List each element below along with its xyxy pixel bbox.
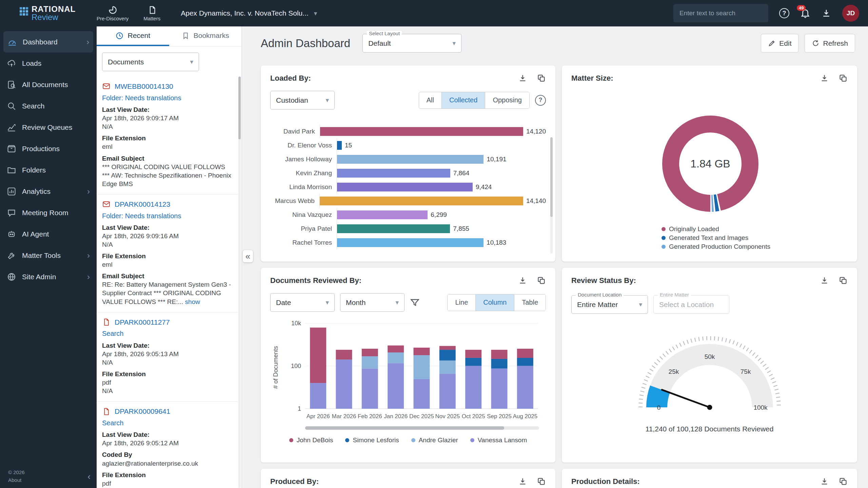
tab-recent[interactable]: Recent xyxy=(97,26,169,46)
notification-badge: 49 xyxy=(797,5,806,11)
svg-text:Aug 2025: Aug 2025 xyxy=(513,413,537,420)
copy-icon[interactable] xyxy=(537,74,546,83)
layout-select[interactable]: Select Layout Default ▾ xyxy=(362,34,461,53)
productions-icon xyxy=(7,144,16,154)
chevron-down-icon: ▾ xyxy=(395,299,399,306)
sidebar-item-dashboard[interactable]: Dashboard› xyxy=(3,31,93,53)
bar xyxy=(337,210,428,219)
svg-text:10k: 10k xyxy=(291,320,301,327)
help-icon[interactable]: ? xyxy=(535,95,546,106)
sidebar-item-productions[interactable]: Productions xyxy=(0,138,97,159)
loaded-by-filter-toggle: AllCollectedOpposing xyxy=(419,92,530,109)
notifications-button[interactable]: 49 xyxy=(800,8,810,18)
ai-agent-icon xyxy=(7,229,16,239)
legend-item: Andre Glazier xyxy=(411,436,458,444)
copy-icon[interactable] xyxy=(839,276,848,285)
sidebar-item-review-queues[interactable]: Review Queues xyxy=(0,117,97,138)
copy-icon[interactable] xyxy=(537,276,546,285)
legend-dot xyxy=(345,438,349,442)
document-id-link[interactable]: MWEBB00014130 xyxy=(115,82,173,91)
copy-icon[interactable] xyxy=(537,477,546,486)
copy-icon[interactable] xyxy=(839,477,848,486)
filter-icon[interactable] xyxy=(410,298,420,307)
document-header: DPARK00014123 xyxy=(102,200,234,209)
pdf-icon xyxy=(102,407,111,416)
sidebar-item-ai-agent[interactable]: AI Agent xyxy=(0,223,97,245)
bar-value-label: 6,299 xyxy=(431,211,447,219)
toggle-all[interactable]: All xyxy=(419,92,441,108)
download-icon[interactable] xyxy=(820,477,829,486)
toggle-line[interactable]: Line xyxy=(448,294,475,311)
sidebar: Dashboard›LoadsAll DocumentsSearchReview… xyxy=(0,26,97,488)
document-type-value: Documents xyxy=(108,58,144,66)
sidebar-item-search[interactable]: Search xyxy=(0,95,97,117)
chevron-down-icon: ▾ xyxy=(190,58,193,66)
refresh-button[interactable]: Refresh xyxy=(805,34,855,53)
sidebar-item-all-documents[interactable]: All Documents xyxy=(0,74,97,95)
show-more-link[interactable]: show xyxy=(183,298,200,305)
about-link[interactable]: About xyxy=(8,476,93,484)
location-input[interactable]: Entire Matter Select a Location xyxy=(653,295,729,314)
toggle-table[interactable]: Table xyxy=(514,294,546,311)
toggle-opposing[interactable]: Opposing xyxy=(485,92,529,108)
panel-scrollbar[interactable] xyxy=(238,77,241,488)
sidebar-item-analytics[interactable]: Analytics› xyxy=(0,181,97,202)
nav-matters[interactable]: Matters xyxy=(143,5,160,21)
bar xyxy=(337,155,484,164)
sidebar-item-folders[interactable]: Folders xyxy=(0,159,97,181)
download-icon[interactable] xyxy=(518,477,527,486)
help-button[interactable]: ? xyxy=(779,8,789,18)
svg-text:75k: 75k xyxy=(740,368,751,375)
document-source-link[interactable]: Folder: Needs translations xyxy=(102,211,234,220)
download-icon[interactable] xyxy=(820,74,829,83)
sidebar-item-loads[interactable]: Loads xyxy=(0,53,97,74)
document-source-link[interactable]: Folder: Needs translations xyxy=(102,94,234,102)
field-value: pdf xyxy=(102,479,234,488)
tab-bookmarks[interactable]: Bookmarks xyxy=(169,26,242,46)
copy-icon[interactable] xyxy=(839,74,848,83)
document-source-link[interactable]: Search xyxy=(102,329,234,338)
document-id-link[interactable]: DPARK00009641 xyxy=(115,407,170,416)
chart-horizontal-scrollbar[interactable] xyxy=(305,426,539,430)
document-source-link[interactable]: Search xyxy=(102,419,234,427)
download-icon[interactable] xyxy=(518,74,527,83)
toggle-collected[interactable]: Collected xyxy=(441,92,485,108)
document-id-link[interactable]: DPARK00011277 xyxy=(115,318,170,327)
group-by-select[interactable]: Date ▾ xyxy=(270,293,335,312)
app-logo[interactable]: RATIONAL Review xyxy=(0,5,97,22)
edit-button[interactable]: Edit xyxy=(761,34,798,53)
scrollbar-thumb[interactable] xyxy=(550,137,553,217)
nav-pre-discovery[interactable]: Pre-Discovery xyxy=(97,5,129,21)
sidebar-collapse-icon[interactable]: ‹ xyxy=(87,470,91,483)
user-avatar[interactable]: JD xyxy=(842,5,859,22)
sidebar-item-meeting-room[interactable]: Meeting Room xyxy=(0,202,97,223)
document-location-select[interactable]: Document Location Entire Matter ▾ xyxy=(571,295,648,314)
chart-view-toggle: LineColumnTable xyxy=(447,294,546,311)
download-icon[interactable] xyxy=(518,276,527,285)
matter-size-card: Matter Size: 1.84 GB Originally LoadedGe… xyxy=(562,65,857,262)
search-input[interactable] xyxy=(673,4,768,22)
panel-collapse-button[interactable]: « xyxy=(243,250,253,262)
svg-text:Apr 2026: Apr 2026 xyxy=(307,413,330,420)
sidebar-item-site-admin[interactable]: Site Admin› xyxy=(0,266,97,287)
bar-category-label: Kevin Zhang xyxy=(270,169,337,177)
chart-vertical-scrollbar[interactable] xyxy=(550,137,553,253)
download-icon[interactable] xyxy=(820,276,829,285)
scrollbar-thumb[interactable] xyxy=(238,77,241,139)
matter-selector[interactable]: Apex Dynamics, Inc. v. NovaTech Solu... … xyxy=(181,9,317,17)
download-button[interactable] xyxy=(821,8,831,18)
scrollbar-thumb[interactable] xyxy=(305,426,504,430)
bar-row: Dr. Elenor Voss15 xyxy=(270,138,546,152)
field-value: Apr 18th, 2026 9:09:16 AM xyxy=(102,232,234,240)
sidebar-item-matter-tools[interactable]: Matter Tools› xyxy=(0,245,97,266)
custodian-select[interactable]: Custodian ▾ xyxy=(270,91,335,109)
legend-item: Simone Lesforis xyxy=(345,436,399,444)
document-id-link[interactable]: DPARK00014123 xyxy=(115,200,170,209)
document-type-select[interactable]: Documents ▾ xyxy=(102,53,199,71)
bar-category-label: James Holloway xyxy=(270,156,337,163)
bar-track: 15 xyxy=(337,138,546,152)
bar-value-label: 10,191 xyxy=(487,156,506,163)
matters-icon xyxy=(147,5,157,15)
interval-select[interactable]: Month ▾ xyxy=(340,293,405,312)
toggle-column[interactable]: Column xyxy=(475,294,514,311)
